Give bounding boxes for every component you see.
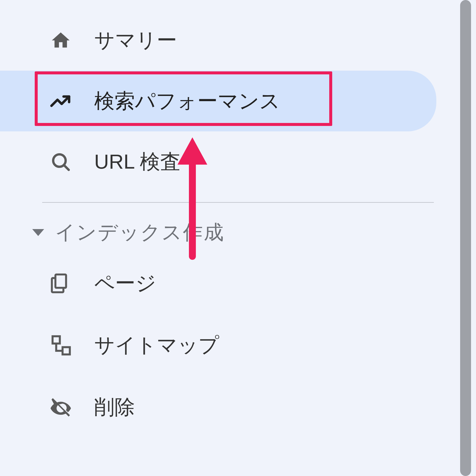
pages-icon [50,272,72,295]
search-icon [50,151,72,173]
sidebar-item-url-inspection[interactable]: URL 検査 [0,131,436,192]
sitemap-icon [50,334,72,357]
sidebar-item-label: 検索パフォーマンス [94,88,280,115]
sidebar-item-removals[interactable]: 削除 [0,376,436,438]
trending-icon [50,90,72,112]
sidebar-item-search-performance[interactable]: 検索パフォーマンス [0,71,436,131]
sidebar-item-pages[interactable]: ページ [0,252,436,314]
home-icon [50,29,72,52]
svg-rect-3 [53,336,60,343]
sidebar-item-label: サイトマップ [94,332,219,359]
divider [42,202,434,203]
sidebar: サマリー 検索パフォーマンス [0,0,436,476]
section-header-indexing[interactable]: インデックス作成 [0,213,436,252]
caret-down-icon [32,229,44,236]
sidebar-item-label: ページ [94,270,156,297]
svg-rect-2 [56,274,66,288]
svg-rect-4 [62,347,70,354]
visibility-off-icon [50,396,72,418]
sidebar-item-label: 削除 [94,394,135,421]
section-title: インデックス作成 [55,219,225,246]
sidebar-item-label: URL 検査 [94,148,180,176]
sidebar-item-summary[interactable]: サマリー [0,10,436,71]
sidebar-item-sitemaps[interactable]: サイトマップ [0,314,436,376]
scrollbar[interactable] [460,0,471,476]
sidebar-item-label: サマリー [94,27,177,54]
svg-line-1 [64,165,69,170]
